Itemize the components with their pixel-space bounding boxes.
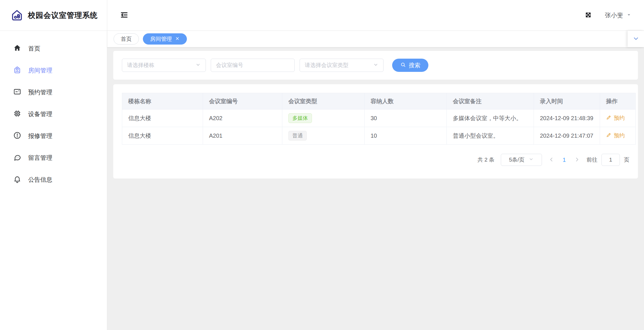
sidebar-item-repairs[interactable]: 报修管理 [0,125,107,147]
main-area: 张小斐 首页 房间管理 [107,0,644,330]
chevron-down-icon [195,62,201,68]
reservation-icon [13,88,21,97]
app-logo: 校园会议室管理系统 [0,0,107,31]
search-icon [400,62,406,69]
room-type-badge: 多媒体 [288,113,312,123]
home-icon [13,44,21,53]
sidebar-nav: 首页 房间管理 [0,31,107,191]
cell-type: 普通 [282,127,365,145]
repair-icon [13,131,21,141]
topbar-right: 张小斐 [584,11,631,20]
cell-actions: 预约 [600,127,636,145]
pagination-total: 共 2 条 [478,156,494,164]
caret-down-icon [626,12,631,18]
column-header-building: 楼栋名称 [122,93,203,110]
column-header-created: 录入时间 [534,93,600,110]
cell-capacity: 30 [365,110,447,127]
search-panel: 请选择楼栋 请选择会议室类型 [113,51,638,80]
notice-icon [13,175,21,185]
sidebar-item-label: 预约管理 [28,88,52,96]
cell-capacity: 10 [365,127,447,145]
cell-building: 信息大楼 [122,110,203,127]
room-number-input[interactable] [216,62,290,68]
reserve-button[interactable]: 预约 [606,132,625,139]
page-size-select[interactable]: 5条/页 [501,154,542,166]
next-page-button[interactable] [574,156,580,164]
room-icon [13,66,21,75]
sidebar-item-reservations[interactable]: 预约管理 [0,81,107,103]
building-select-placeholder: 请选择楼栋 [127,62,154,69]
column-header-actions: 操作 [600,93,636,110]
tab-label: 首页 [121,35,132,43]
room-type-select-placeholder: 请选择会议室类型 [305,62,348,69]
sidebar-item-label: 设备管理 [28,110,52,118]
rooms-table: 楼栋名称 会议室编号 会议室类型 容纳人数 会议室备注 录入时间 操作 信息大楼 [122,93,636,145]
chevron-down-icon [632,35,639,43]
fold-icon [120,11,129,20]
app-window: 校园会议室管理系统 首页 房间管理 [0,0,644,330]
device-icon [13,110,21,119]
tab-actions-button[interactable] [628,31,644,47]
close-icon[interactable] [175,36,180,42]
chevron-right-icon [574,156,580,164]
reserve-label: 预约 [614,132,625,139]
table-row: 信息大楼 A202 多媒体 30 多媒体会议室，中等大小。 2024-12-09… [122,110,636,127]
sidebar-item-notices[interactable]: 公告信息 [0,169,107,191]
chevron-left-icon [548,156,555,164]
sidebar-item-rooms[interactable]: 房间管理 [0,60,107,81]
edit-icon [606,115,612,122]
sidebar-item-home[interactable]: 首页 [0,38,107,60]
sidebar: 校园会议室管理系统 首页 房间管理 [0,0,107,330]
sidebar-item-label: 首页 [28,45,40,53]
cell-room-no: A201 [203,127,282,145]
cell-remark: 多媒体会议室，中等大小。 [447,110,534,127]
chevron-down-icon [373,62,378,68]
search-button-label: 搜索 [409,62,420,69]
cell-actions: 预约 [600,110,636,127]
room-type-badge: 普通 [288,131,307,141]
sidebar-item-devices[interactable]: 设备管理 [0,103,107,125]
column-header-type: 会议室类型 [282,93,365,110]
sidebar-item-label: 房间管理 [28,66,52,74]
cell-building: 信息大楼 [122,127,203,145]
tab-home[interactable]: 首页 [114,33,139,45]
reserve-button[interactable]: 预约 [606,114,625,122]
fullscreen-icon [584,11,592,20]
sidebar-item-label: 留言管理 [28,154,52,162]
app-title: 校园会议室管理系统 [28,10,98,20]
content-area: 请选择楼栋 请选择会议室类型 [107,47,644,330]
reserve-label: 预约 [614,114,625,122]
column-header-remark: 会议室备注 [447,93,534,110]
page-number-1[interactable]: 1 [561,157,568,163]
building-select[interactable]: 请选择楼栋 [122,59,206,72]
room-number-field [211,59,295,72]
search-button[interactable]: 搜索 [392,59,428,72]
user-menu[interactable]: 张小斐 [605,11,631,19]
cell-created-at: 2024-12-09 21:48:39 [534,110,600,127]
tab-rooms[interactable]: 房间管理 [143,33,187,45]
cell-type: 多媒体 [282,110,365,127]
room-type-select[interactable]: 请选择会议室类型 [300,59,384,72]
table-header-row: 楼栋名称 会议室编号 会议室类型 容纳人数 会议室备注 录入时间 操作 [122,93,636,110]
house-logo-icon [10,9,24,22]
username: 张小斐 [605,11,623,19]
prev-page-button[interactable] [548,156,555,164]
collapse-sidebar-button[interactable] [120,11,129,20]
page-size-label: 5条/页 [509,156,524,164]
column-header-room-no: 会议室编号 [203,93,282,110]
rooms-table-panel: 楼栋名称 会议室编号 会议室类型 容纳人数 会议室备注 录入时间 操作 信息大楼 [113,84,638,179]
fullscreen-button[interactable] [584,11,592,20]
goto-page-input[interactable] [601,154,620,166]
edit-icon [606,132,612,139]
cell-room-no: A202 [203,110,282,127]
cell-created-at: 2024-12-09 21:47:07 [534,127,600,145]
column-header-capacity: 容纳人数 [365,93,447,110]
tabbar: 首页 房间管理 [107,31,644,47]
pagination: 共 2 条 5条/页 1 [122,154,629,166]
sidebar-item-messages[interactable]: 留言管理 [0,147,107,169]
topbar: 张小斐 [107,0,644,31]
chevron-down-icon [529,157,534,163]
goto-label: 前往 [586,156,597,164]
sidebar-item-label: 报修管理 [28,132,52,140]
tab-label: 房间管理 [150,35,172,43]
